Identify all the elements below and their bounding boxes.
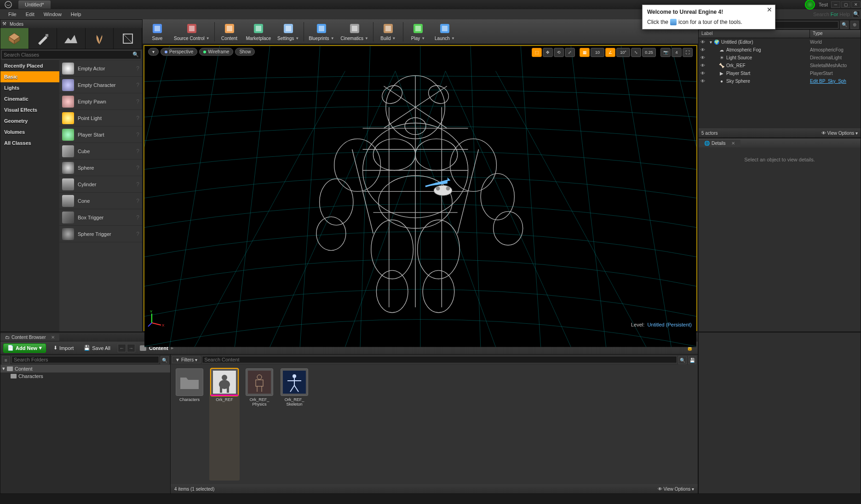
viewport-perspective-button[interactable]: Perspective: [161, 48, 197, 56]
asset-characters[interactable]: Characters: [174, 368, 205, 481]
help-icon[interactable]: ?: [136, 98, 139, 105]
viewport-maximize-icon[interactable]: ⛶: [683, 48, 693, 57]
expand-icon[interactable]: ▾: [710, 40, 712, 45]
document-tab[interactable]: Untitled*: [18, 0, 51, 9]
outliner-row[interactable]: 👁☁Atmospheric FogAtmosphericFog: [699, 46, 861, 54]
help-icon[interactable]: ?: [136, 65, 139, 72]
welcome-close-button[interactable]: ✕: [767, 6, 772, 13]
outliner-options-icon[interactable]: ⊕: [850, 21, 859, 29]
modes-search-input[interactable]: [2, 51, 131, 59]
place-item-cone[interactable]: Cone?: [59, 193, 142, 209]
help-icon[interactable]: ?: [136, 214, 139, 221]
viewport-canvas[interactable]: [144, 46, 696, 347]
category-basic[interactable]: Basic: [0, 71, 59, 82]
category-lights[interactable]: Lights: [0, 82, 59, 93]
toolbar-play-button[interactable]: Play▼: [405, 20, 431, 43]
place-item-sphere[interactable]: Sphere?: [59, 160, 142, 176]
content-search-input[interactable]: [202, 356, 677, 363]
help-icon[interactable]: ?: [136, 148, 139, 155]
paint-mode-button[interactable]: [29, 28, 57, 49]
save-all-button[interactable]: 💾 Save All: [81, 344, 113, 353]
menu-edit[interactable]: Edit: [21, 10, 39, 18]
outliner-col-type[interactable]: Type: [810, 30, 861, 38]
camera-speed-icon[interactable]: 📷: [660, 48, 671, 57]
place-item-empty-pawn[interactable]: Empty Pawn?: [59, 93, 142, 110]
nav-back-button[interactable]: ←: [118, 344, 126, 352]
angle-snap-value[interactable]: 10°: [616, 48, 630, 57]
help-icon[interactable]: ?: [136, 165, 139, 171]
place-mode-button[interactable]: [0, 28, 29, 49]
cb-view-options[interactable]: View Options ▾: [663, 487, 694, 492]
outliner-row[interactable]: 👁☀Light SourceDirectionalLight: [699, 54, 861, 62]
place-item-empty-actor[interactable]: Empty Actor?: [59, 60, 142, 77]
viewport-show-button[interactable]: Show: [235, 48, 255, 56]
toolbar-marketplace-button[interactable]: Marketplace: [243, 20, 274, 43]
nav-forward-button[interactable]: →: [127, 344, 135, 352]
save-search-icon[interactable]: 💾: [688, 356, 696, 364]
viewport[interactable]: ▾ Perspective Wireframe Show ⬚ ✥ ⟲ ⤢ ▦ 1…: [144, 45, 697, 331]
camera-speed-value[interactable]: 4: [672, 48, 682, 57]
grid-snap-value[interactable]: 10: [591, 48, 604, 57]
search-icon[interactable]: 🔍: [840, 21, 849, 29]
asset-ork_ref_[interactable]: Ork_REF_Skeleton: [279, 368, 310, 481]
scale-snap-value[interactable]: 0.25: [642, 48, 656, 57]
help-icon[interactable]: ?: [136, 132, 139, 138]
category-visual-effects[interactable]: Visual Effects: [0, 104, 59, 115]
landscape-mode-button[interactable]: [57, 28, 86, 49]
place-item-sphere-trigger[interactable]: Sphere Trigger?: [59, 226, 142, 242]
toolbar-cinematics-button[interactable]: Cinematics▼: [338, 20, 371, 43]
transform-move-icon[interactable]: ✥: [543, 48, 553, 57]
help-icon[interactable]: ?: [136, 181, 139, 188]
visibility-icon[interactable]: 👁: [699, 79, 707, 84]
transform-scale-icon[interactable]: ⤢: [565, 48, 575, 57]
search-icon[interactable]: 🔍: [131, 51, 141, 59]
geometry-mode-button[interactable]: [114, 28, 142, 49]
help-icon[interactable]: ?: [136, 198, 139, 204]
visibility-icon[interactable]: 👁: [699, 71, 707, 76]
place-item-point-light[interactable]: Point Light?: [59, 110, 142, 126]
outliner-col-label[interactable]: Label: [699, 30, 810, 38]
folder-search-input[interactable]: [11, 356, 159, 363]
tree-node-characters[interactable]: Characters: [0, 372, 170, 380]
category-recently-placed[interactable]: Recently Placed: [0, 60, 59, 71]
tree-node-content[interactable]: ▾Content: [0, 365, 170, 372]
menu-file[interactable]: File: [4, 10, 21, 18]
category-cinematic[interactable]: Cinematic: [0, 93, 59, 104]
place-item-empty-character[interactable]: Empty Character?: [59, 77, 142, 93]
outliner-row[interactable]: 👁▾🌍Untitled (Editor)World: [699, 38, 861, 46]
viewport-menu-button[interactable]: ▾: [148, 48, 159, 56]
visibility-icon[interactable]: 👁: [699, 47, 707, 52]
toolbar-save-button[interactable]: Save: [144, 20, 170, 43]
place-item-player-start[interactable]: Player Start?: [59, 126, 142, 143]
import-button[interactable]: ⬇ Import: [51, 344, 76, 353]
maximize-button[interactable]: ▢: [841, 1, 850, 8]
angle-snap-icon[interactable]: ∠: [605, 48, 615, 57]
visibility-icon[interactable]: 👁: [699, 63, 707, 68]
visibility-icon[interactable]: 👁: [699, 55, 707, 60]
toolbar-source-control-button[interactable]: Source Control▼: [171, 20, 212, 43]
filters-button[interactable]: ▼ Filters ▾: [172, 356, 201, 363]
search-icon[interactable]: 🔍: [853, 11, 860, 18]
place-item-cylinder[interactable]: Cylinder?: [59, 176, 142, 193]
help-icon[interactable]: ?: [136, 115, 139, 121]
asset-ork_ref_[interactable]: Ork_REF_Physics: [244, 368, 275, 481]
help-icon[interactable]: ?: [136, 82, 139, 88]
transform-rotate-icon[interactable]: ⟲: [554, 48, 564, 57]
place-item-cube[interactable]: Cube?: [59, 143, 142, 160]
outliner-row[interactable]: 👁▶Player StartPlayerStart: [699, 69, 861, 77]
outliner-view-options[interactable]: View Options ▾: [827, 131, 858, 136]
toolbar-settings-button[interactable]: Settings▼: [275, 20, 302, 43]
outliner-row[interactable]: 👁●Sky SphereEdit BP_Sky_Sph: [699, 77, 861, 85]
content-browser-tab[interactable]: 🗀Content Browser✕: [0, 334, 59, 341]
toolbar-launch-button[interactable]: Launch▼: [432, 20, 458, 43]
add-new-button[interactable]: 📄 Add New ▾: [3, 344, 46, 353]
menu-window[interactable]: Window: [39, 10, 66, 18]
transform-select-icon[interactable]: ⬚: [532, 48, 542, 57]
edit-blueprint-link[interactable]: Edit BP_Sky_Sph: [810, 79, 846, 84]
details-tab[interactable]: 🌐Details✕: [699, 140, 740, 147]
minimize-button[interactable]: ─: [831, 1, 840, 8]
toolbar-blueprints-button[interactable]: Blueprints▼: [306, 20, 337, 43]
category-geometry[interactable]: Geometry: [0, 115, 59, 126]
menu-help[interactable]: Help: [66, 10, 86, 18]
outliner-row[interactable]: 👁🦴Ork_REFSkeletalMeshActo: [699, 62, 861, 69]
